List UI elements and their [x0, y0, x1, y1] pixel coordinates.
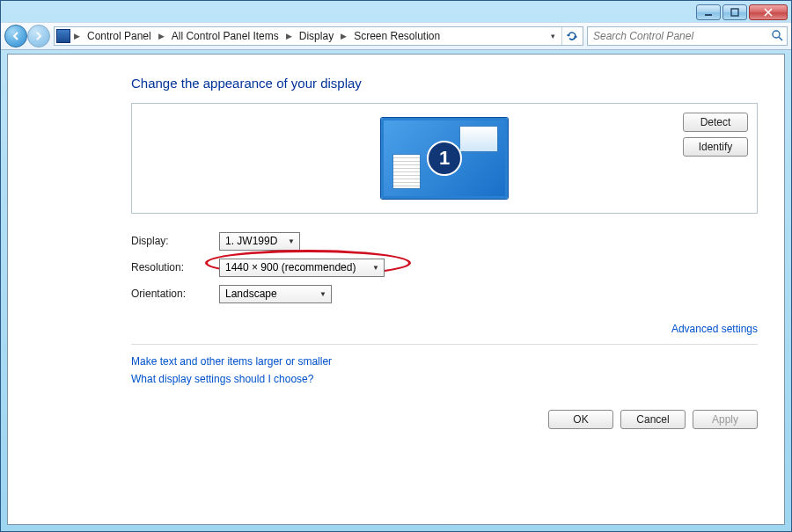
- svg-line-3: [779, 37, 782, 40]
- monitor-number-badge: 1: [427, 141, 462, 176]
- page-title: Change the appearance of your display: [131, 76, 758, 91]
- help-links: Make text and other items larger or smal…: [131, 355, 758, 385]
- back-button[interactable]: [4, 25, 27, 47]
- chevron-down-icon: ▼: [285, 235, 297, 248]
- dialog-buttons: OK Cancel Apply: [131, 410, 758, 429]
- orientation-value: Landscape: [225, 288, 277, 300]
- breadcrumb-item[interactable]: All Control Panel Items: [168, 28, 282, 44]
- maximize-button[interactable]: [722, 4, 747, 20]
- orientation-label: Orientation:: [131, 288, 219, 300]
- chevron-right-icon: ▶: [284, 32, 294, 40]
- help-choose-link[interactable]: What display settings should I choose?: [131, 373, 758, 385]
- chevron-down-icon: ▼: [317, 288, 329, 301]
- search-box[interactable]: [587, 26, 788, 46]
- settings-form: Display: 1. JW199D ▼ Resolution: 1440 × …: [131, 228, 758, 307]
- title-bar: [1, 1, 791, 22]
- svg-rect-1: [731, 9, 738, 16]
- display-label: Display:: [131, 235, 219, 247]
- display-dropdown[interactable]: 1. JW199D ▼: [219, 232, 300, 251]
- forward-button[interactable]: [27, 25, 50, 47]
- detect-button[interactable]: Detect: [683, 113, 748, 132]
- address-bar[interactable]: ▶ Control Panel ▶ All Control Panel Item…: [54, 26, 583, 46]
- cancel-button[interactable]: Cancel: [620, 410, 686, 429]
- chevron-right-icon: ▶: [157, 32, 166, 40]
- identify-button[interactable]: Identify: [683, 137, 748, 157]
- close-button[interactable]: [749, 4, 788, 20]
- minimize-button[interactable]: [696, 4, 721, 20]
- breadcrumb-item[interactable]: Control Panel: [84, 28, 155, 44]
- search-input[interactable]: [591, 29, 783, 43]
- resolution-dropdown[interactable]: 1440 × 900 (recommended) ▼: [219, 259, 385, 277]
- monitor-preview[interactable]: 1: [381, 118, 508, 199]
- nav-arrows: [4, 25, 50, 47]
- breadcrumb-item[interactable]: Screen Resolution: [350, 28, 444, 44]
- orientation-dropdown[interactable]: Landscape ▼: [219, 285, 332, 303]
- text-size-link[interactable]: Make text and other items larger or smal…: [131, 355, 758, 368]
- separator: [131, 344, 758, 345]
- ok-button[interactable]: OK: [548, 410, 613, 429]
- chevron-right-icon: ▶: [72, 32, 82, 40]
- svg-rect-0: [705, 14, 712, 16]
- chevron-down-icon: ▼: [370, 261, 382, 274]
- control-panel-icon: [56, 29, 70, 43]
- search-icon: [771, 29, 783, 44]
- resolution-value: 1440 × 900 (recommended): [225, 261, 356, 273]
- advanced-settings-link[interactable]: Advanced settings: [131, 323, 758, 335]
- navigation-bar: ▶ Control Panel ▶ All Control Panel Item…: [1, 22, 791, 50]
- resolution-label: Resolution:: [131, 261, 219, 273]
- chevron-right-icon: ▶: [339, 32, 348, 40]
- display-preview-box: 1 Detect Identify: [131, 103, 758, 214]
- refresh-button[interactable]: [561, 26, 581, 46]
- display-value: 1. JW199D: [225, 235, 277, 247]
- window-controls: [696, 4, 788, 20]
- client-area: Change the appearance of your display 1 …: [7, 54, 785, 525]
- address-dropdown-icon[interactable]: ▾: [546, 32, 560, 40]
- apply-button[interactable]: Apply: [693, 410, 758, 429]
- svg-point-2: [773, 31, 780, 38]
- breadcrumb-item[interactable]: Display: [296, 28, 337, 44]
